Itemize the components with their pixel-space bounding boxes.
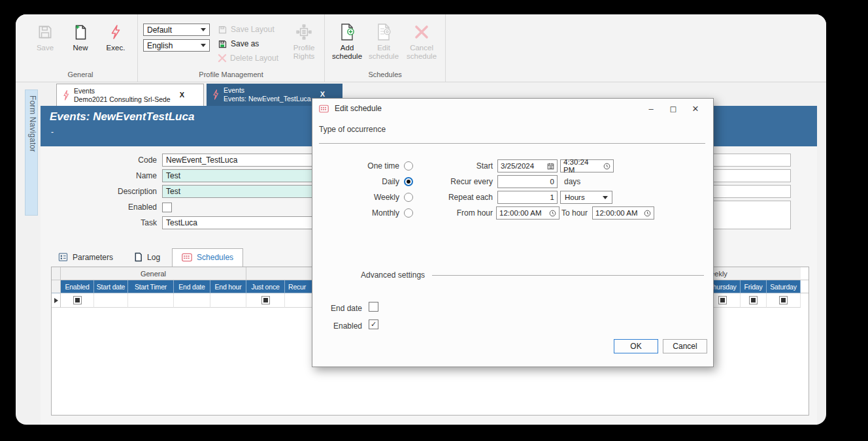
- ok-button[interactable]: OK: [614, 339, 658, 353]
- new-label: New: [73, 44, 88, 52]
- floppy-icon: [37, 22, 54, 42]
- save-button[interactable]: Save: [29, 22, 61, 52]
- profile-rights-button[interactable]: Profile Rights: [289, 22, 319, 61]
- from-hour-input[interactable]: 12:00:00 AM: [496, 206, 559, 220]
- weekly-label: Weekly: [326, 193, 399, 202]
- col-just-once[interactable]: Just once: [246, 280, 285, 293]
- col-start-timer[interactable]: Start Timer: [128, 280, 174, 293]
- cancel-schedule-label: Cancel schedule: [403, 44, 440, 61]
- to-hour-input[interactable]: 12:00:00 AM: [592, 206, 654, 220]
- advanced-section-label: Advanced settings: [361, 270, 425, 280]
- calendar-icon: [319, 105, 329, 113]
- save-as-button[interactable]: Save as: [218, 38, 278, 50]
- floppy-save-as-icon: [218, 39, 227, 49]
- from-hour-label: From hour: [427, 208, 493, 218]
- add-schedule-label: Add schedule: [330, 44, 364, 61]
- tab1-line2: Demo2021 Consulting Srl-Sede: [74, 95, 171, 104]
- daily-label: Daily: [326, 177, 399, 186]
- monthly-radio[interactable]: [404, 208, 413, 218]
- row-marker-icon: [54, 298, 58, 303]
- one-time-radio[interactable]: [404, 161, 413, 171]
- tab-parameters-label: Parameters: [73, 253, 113, 262]
- cell-end-date[interactable]: [174, 293, 210, 308]
- col-saturday[interactable]: Saturday: [767, 280, 801, 293]
- dialog-enabled-checkbox[interactable]: ✓: [369, 319, 378, 329]
- close-button[interactable]: ✕: [684, 104, 707, 114]
- weekly-radio[interactable]: [404, 193, 413, 202]
- cell-start-timer[interactable]: [128, 293, 174, 308]
- minimize-button[interactable]: –: [640, 104, 662, 114]
- date-picker-icon: [547, 163, 554, 170]
- thursday-checkbox[interactable]: [718, 296, 727, 304]
- language-dropdown[interactable]: English: [143, 39, 210, 52]
- col-start-date[interactable]: Start date: [94, 280, 128, 293]
- form-navigator-tab[interactable]: Form Navigator: [25, 90, 38, 216]
- enabled-checkbox[interactable]: [162, 203, 172, 212]
- enabled-row-checkbox[interactable]: [73, 296, 82, 304]
- col-enabled[interactable]: Enabled: [61, 280, 94, 293]
- just-once-checkbox[interactable]: [261, 296, 270, 304]
- tab-log-label: Log: [147, 253, 160, 262]
- lightning-icon: [212, 89, 220, 101]
- cancel-x-icon: [413, 22, 430, 42]
- row-marker: [52, 293, 61, 308]
- application-window: Save New Exec. General: [16, 14, 826, 425]
- parameters-icon: [58, 252, 68, 262]
- to-hour-value: 12:00:00 AM: [595, 209, 641, 217]
- maximize-button[interactable]: ◻: [662, 104, 684, 114]
- col-end-date[interactable]: End date: [174, 280, 210, 293]
- delete-layout-button[interactable]: Delete Layout: [218, 52, 278, 64]
- add-schedule-button[interactable]: Add schedule: [330, 22, 364, 61]
- from-hour-value: 12:00:00 AM: [499, 209, 546, 217]
- chevron-down-icon: [201, 44, 206, 47]
- start-time-input[interactable]: 4:30:24 PM: [560, 159, 614, 172]
- cell-recur[interactable]: [285, 293, 314, 308]
- exec-button[interactable]: Exec.: [99, 22, 132, 52]
- tab-events-demo2021[interactable]: Events Demo2021 Consulting Srl-Sede X: [56, 84, 204, 106]
- start-date-input[interactable]: 3/25/2024: [497, 159, 558, 172]
- cancel-button[interactable]: Cancel: [663, 339, 707, 353]
- cell-friday[interactable]: [741, 293, 767, 308]
- tab-parameters[interactable]: Parameters: [49, 248, 122, 267]
- repeat-each-input[interactable]: 1: [497, 191, 558, 204]
- add-schedule-icon: [339, 22, 356, 42]
- cell-just-once[interactable]: [246, 293, 285, 308]
- cell-enabled[interactable]: [61, 293, 94, 308]
- repeat-unit-select[interactable]: Hours: [560, 191, 612, 204]
- cell-start-date[interactable]: [94, 293, 128, 308]
- chevron-down-icon: [201, 28, 206, 31]
- col-end-hour[interactable]: End hour: [210, 280, 246, 293]
- recur-every-input[interactable]: 0: [497, 175, 558, 188]
- recur-every-value: 0: [501, 178, 554, 186]
- friday-checkbox[interactable]: [749, 296, 758, 304]
- cancel-schedule-button[interactable]: Cancel schedule: [403, 22, 440, 61]
- enabled-label: Enabled: [80, 203, 157, 212]
- profile-dropdown[interactable]: Default: [143, 24, 210, 36]
- clock-icon: [644, 210, 651, 217]
- tab-schedules[interactable]: Schedules: [172, 248, 243, 267]
- end-date-label: End date: [312, 304, 362, 313]
- ribbon-group-profile-management: Default English Save Layout: [138, 14, 325, 82]
- col-friday[interactable]: Friday: [741, 280, 767, 293]
- save-layout-button[interactable]: Save Layout: [218, 24, 278, 35]
- one-time-label: One time: [326, 161, 399, 171]
- tab-log[interactable]: Log: [125, 248, 169, 267]
- edit-schedule-dialog: Edit schedule – ◻ ✕ Type of occurrence O…: [312, 98, 714, 367]
- dialog-titlebar[interactable]: Edit schedule – ◻ ✕: [312, 99, 713, 118]
- saturday-checkbox[interactable]: [779, 296, 788, 304]
- daily-radio[interactable]: [404, 177, 413, 186]
- new-button[interactable]: New: [64, 22, 97, 52]
- cell-saturday[interactable]: [767, 293, 801, 308]
- cell-end-hour[interactable]: [210, 293, 246, 308]
- task-label: Task: [80, 218, 157, 227]
- repeat-each-value: 1: [501, 193, 554, 201]
- start-date-value: 3/25/2024: [501, 162, 544, 170]
- tab-schedules-label: Schedules: [197, 253, 233, 262]
- delete-x-icon: [218, 54, 227, 63]
- ribbon: Save New Exec. General: [16, 14, 826, 82]
- tab1-close-icon[interactable]: X: [180, 91, 184, 99]
- end-date-checkbox[interactable]: [369, 302, 378, 312]
- col-recur[interactable]: Recur: [285, 280, 314, 293]
- edit-schedule-button[interactable]: Edit schedule: [367, 22, 401, 61]
- chevron-down-icon: [603, 196, 608, 199]
